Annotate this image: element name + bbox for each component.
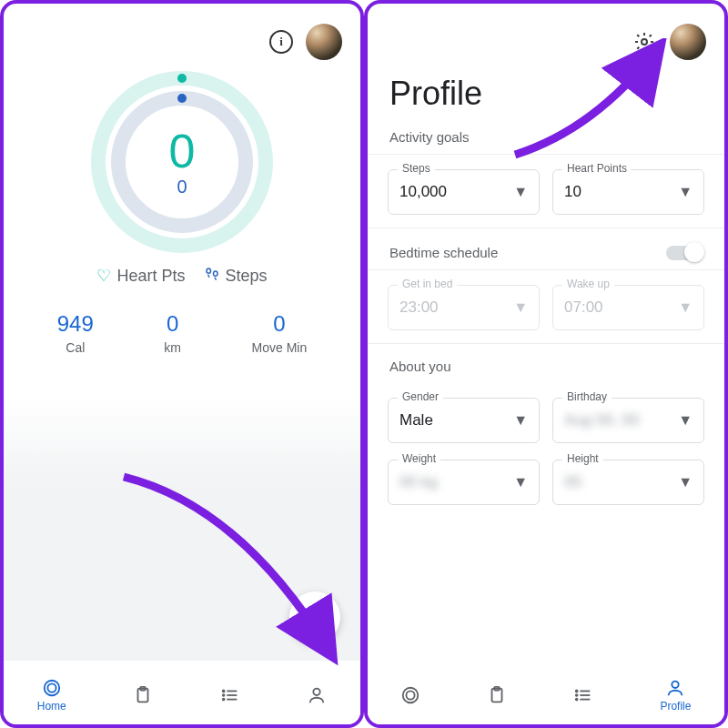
nav-journal[interactable] <box>487 685 507 705</box>
svg-point-22 <box>672 682 679 688</box>
profile-screen: Profile Activity goals Steps 10,000 ▼ He… <box>364 0 728 728</box>
stat-cal[interactable]: 949 Cal <box>57 311 94 355</box>
svg-point-10 <box>314 689 320 695</box>
list-icon <box>573 685 593 705</box>
clipboard-icon <box>487 685 507 705</box>
svg-point-13 <box>407 691 415 699</box>
dropdown-icon: ▼ <box>513 474 528 490</box>
nav-profile[interactable]: Profile <box>660 678 691 713</box>
legend-steps[interactable]: Steps <box>204 266 268 286</box>
heart-icon: ♡ <box>96 266 111 286</box>
nav-profile[interactable] <box>307 685 327 705</box>
dropdown-icon: ▼ <box>678 474 693 490</box>
dropdown-icon: ▼ <box>678 299 693 316</box>
annotation-arrow-to-settings <box>504 38 677 166</box>
nav-home[interactable] <box>400 685 420 705</box>
dropdown-icon: ▼ <box>513 299 528 316</box>
svg-point-8 <box>222 694 224 696</box>
footsteps-icon <box>204 266 220 286</box>
svg-point-20 <box>576 694 578 696</box>
stat-km[interactable]: 0 km <box>164 311 181 355</box>
dropdown-icon: ▼ <box>678 184 693 200</box>
dropdown-icon: ▼ <box>513 184 528 200</box>
nav-journal[interactable] <box>133 685 153 705</box>
home-screen: i 0 0 ♡ Heart Pts Steps 949 <box>0 0 364 728</box>
section-about-you: About you <box>368 344 724 383</box>
header: i <box>4 4 360 60</box>
list-icon <box>220 685 240 705</box>
nav-home[interactable]: Home <box>37 678 66 713</box>
ring-legend: ♡ Heart Pts Steps <box>4 266 360 286</box>
clipboard-icon <box>133 685 153 705</box>
section-bedtime: Bedtime schedule <box>389 245 498 260</box>
heart-points-goal-field[interactable]: Heart Points 10 ▼ <box>552 169 704 215</box>
home-ring-icon <box>42 678 62 698</box>
nav-browse[interactable] <box>573 685 593 705</box>
height-field[interactable]: Height 00 ▼ <box>552 460 704 505</box>
dropdown-icon: ▼ <box>678 412 693 429</box>
activity-rings: 0 0 <box>4 71 360 253</box>
wake-up-field: Wake up 07:00 ▼ <box>552 285 704 330</box>
svg-point-21 <box>576 699 578 701</box>
bottom-nav: Profile <box>368 666 724 724</box>
svg-point-9 <box>222 699 224 701</box>
heart-pts-value: 0 <box>169 127 196 175</box>
annotation-arrow-to-profile <box>113 470 349 679</box>
home-ring-icon <box>400 685 420 705</box>
gender-field[interactable]: Gender Male ▼ <box>388 398 540 443</box>
get-in-bed-field: Get in bed 23:00 ▼ <box>388 285 540 330</box>
nav-browse[interactable] <box>220 685 240 705</box>
dropdown-icon: ▼ <box>513 412 528 429</box>
steps-value: 0 <box>177 177 187 197</box>
steps-goal-field[interactable]: Steps 10,000 ▼ <box>388 169 540 215</box>
svg-point-12 <box>403 688 419 703</box>
svg-point-19 <box>576 691 578 693</box>
info-icon[interactable]: i <box>269 30 293 54</box>
avatar[interactable] <box>306 24 342 60</box>
person-icon <box>307 685 327 705</box>
stats-row: 949 Cal 0 km 0 Move Min <box>4 311 360 355</box>
bedtime-toggle[interactable] <box>666 246 703 260</box>
birthday-field[interactable]: Birthday Aug 00, 00 ▼ <box>552 398 704 443</box>
svg-point-1 <box>47 683 56 692</box>
stat-move-min[interactable]: 0 Move Min <box>252 311 308 355</box>
svg-point-7 <box>222 691 224 693</box>
legend-heart-pts[interactable]: ♡ Heart Pts <box>96 266 185 286</box>
person-icon <box>665 678 685 698</box>
weight-field[interactable]: Weight 00 kg ▼ <box>388 460 540 505</box>
svg-point-0 <box>44 681 59 696</box>
